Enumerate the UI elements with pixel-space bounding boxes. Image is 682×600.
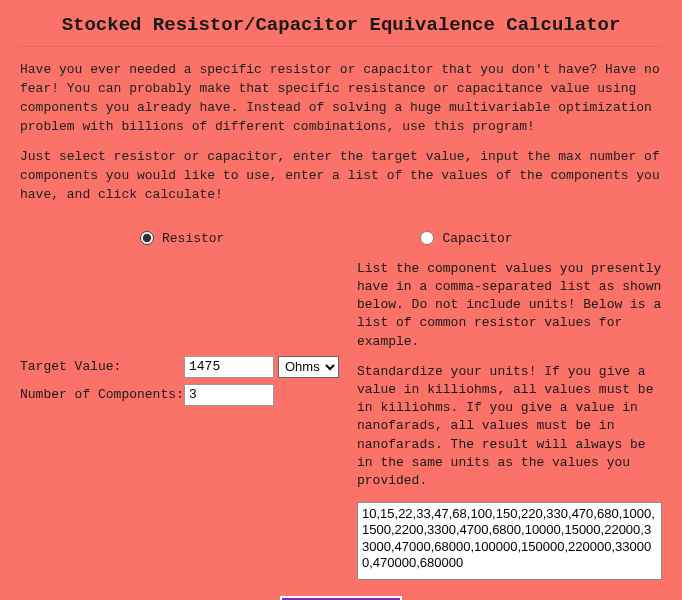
radio-capacitor-label: Capacitor <box>442 231 512 246</box>
num-components-row: Number of Components: <box>20 384 345 406</box>
calculate-button[interactable]: Calculate! <box>280 596 402 600</box>
component-type-radio-group: Resistor Capacitor <box>20 231 662 246</box>
values-instruction-2: Standardize your units! If you give a va… <box>357 363 662 490</box>
target-value-input[interactable] <box>184 356 274 378</box>
left-column: Target Value: Ohms Number of Components: <box>20 256 345 586</box>
page-title: Stocked Resistor/Capacitor Equivalence C… <box>20 14 662 36</box>
component-values-textarea[interactable] <box>357 502 662 580</box>
num-components-label: Number of Components: <box>20 387 184 402</box>
intro-paragraph-1: Have you ever needed a specific resistor… <box>20 61 662 136</box>
num-components-input[interactable] <box>184 384 274 406</box>
unit-select[interactable]: Ohms <box>278 356 339 378</box>
form-area: Resistor Capacitor Target Value: Ohms Nu… <box>20 217 662 600</box>
right-column: List the component values you presently … <box>357 256 662 586</box>
target-value-label: Target Value: <box>20 359 184 374</box>
radio-capacitor-input[interactable] <box>420 231 434 245</box>
radio-capacitor[interactable]: Capacitor <box>420 231 512 246</box>
values-instruction-1: List the component values you presently … <box>357 260 662 351</box>
radio-resistor[interactable]: Resistor <box>140 231 224 246</box>
divider <box>20 46 662 47</box>
target-value-row: Target Value: Ohms <box>20 356 345 378</box>
radio-resistor-input[interactable] <box>140 231 154 245</box>
radio-resistor-label: Resistor <box>162 231 224 246</box>
intro-paragraph-2: Just select resistor or capacitor, enter… <box>20 148 662 205</box>
